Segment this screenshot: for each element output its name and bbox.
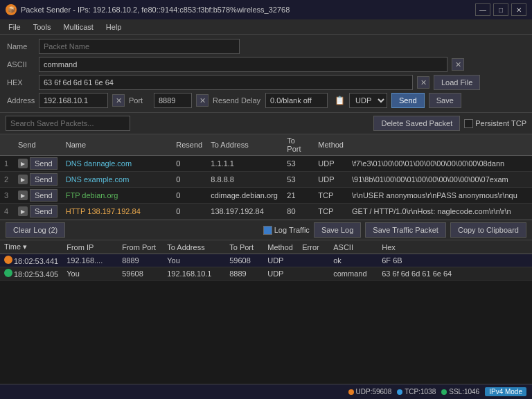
col-send: Send <box>14 134 62 156</box>
col-num <box>0 134 14 156</box>
table-row: 1 ▶ Send DNS dannagle.com 0 1.1.1.1 53 U… <box>0 156 532 172</box>
col-to-port: To Port <box>283 134 314 156</box>
top-panel: Name ASCII ✕ HEX ✕ Load File Address ✕ P… <box>0 35 532 113</box>
protocol-select[interactable]: UDP TCP SSL <box>349 93 387 108</box>
log-col-time: Time ▾ <box>0 240 62 254</box>
send-row-button[interactable]: Send <box>30 173 57 186</box>
ascii-input[interactable] <box>39 57 447 72</box>
log-hex-cell: 6F 6B <box>378 254 532 267</box>
menu-multicast[interactable]: Multicast <box>57 21 98 33</box>
send-button[interactable]: Send <box>391 93 425 108</box>
log-error-cell <box>298 267 329 281</box>
col-method: Method <box>314 134 348 156</box>
maximize-button[interactable]: □ <box>493 3 508 16</box>
save-button[interactable]: Save <box>429 93 461 108</box>
log-ascii-cell: command <box>329 267 378 281</box>
copy-clipboard-button[interactable]: Copy to Clipboard <box>450 222 526 238</box>
close-button[interactable]: ✕ <box>511 3 526 16</box>
log-col-to-address: To Address <box>163 240 225 254</box>
persistent-tcp-label: Persistent TCP <box>464 119 526 128</box>
save-traffic-packet-button[interactable]: Save Traffic Packet <box>365 222 446 238</box>
log-from-port-cell: 8889 <box>118 254 163 267</box>
minimize-button[interactable]: — <box>475 3 490 16</box>
port-label: Port <box>129 96 150 105</box>
log-table: Time ▾ From IP From Port To Address To P… <box>0 240 532 281</box>
method-cell: UDP <box>314 172 348 188</box>
hex-clear-button[interactable]: ✕ <box>417 76 429 89</box>
method-cell: UDP <box>314 156 348 172</box>
load-file-button[interactable]: Load File <box>434 75 480 90</box>
log-error-cell <box>298 254 329 267</box>
hex-row: HEX ✕ Load File <box>7 75 525 90</box>
port-input[interactable] <box>154 93 192 108</box>
hex-input[interactable] <box>39 75 413 90</box>
send-row-button[interactable]: Send <box>30 157 57 170</box>
send-row-button[interactable]: Send <box>30 189 57 202</box>
resend-cell: 0 <box>172 156 206 172</box>
col-resend: Resend <box>172 134 206 156</box>
packet-icon: 📋 <box>335 96 345 105</box>
to-address-cell: 8.8.8.8 <box>206 172 283 188</box>
log-to-port-cell: 59608 <box>225 254 263 267</box>
log-traffic-checkbox[interactable] <box>263 226 272 235</box>
persistent-tcp-checkbox[interactable] <box>464 119 473 128</box>
delete-saved-packet-button[interactable]: Delete Saved Packet <box>373 116 460 131</box>
table-row: 4 ▶ Send HTTP 138.197.192.84 0 138.197.1… <box>0 204 532 220</box>
resend-label: Resend Delay <box>213 96 261 105</box>
col-name: Name <box>62 134 172 156</box>
log-from-ip-cell: You <box>62 267 118 281</box>
udp-status: UDP:59608 <box>348 388 392 396</box>
log-time-cell: 18:02:53.405 <box>0 267 62 281</box>
resend-input[interactable] <box>265 93 328 108</box>
col-to-address: To Address <box>206 134 283 156</box>
log-table-wrapper: Time ▾ From IP From Port To Address To P… <box>0 240 532 384</box>
window-controls: — □ ✕ <box>475 3 526 16</box>
menu-help[interactable]: Help <box>100 21 127 33</box>
resend-cell: 0 <box>172 172 206 188</box>
log-method-cell: UDP <box>263 254 298 267</box>
save-log-button[interactable]: Save Log <box>314 222 361 238</box>
clear-log-button[interactable]: Clear Log (2) <box>6 222 65 238</box>
log-col-ascii: ASCII <box>329 240 378 254</box>
to-port-cell: 53 <box>283 172 314 188</box>
send-cell: ▶ Send <box>14 204 62 220</box>
log-hex-cell: 63 6f 6d 6d 61 6e 64 <box>378 267 532 281</box>
row-number: 4 <box>0 204 14 220</box>
name-cell: FTP debian.org <box>62 188 172 204</box>
name-cell: HTTP 138.197.192.84 <box>62 204 172 220</box>
log-method-cell: UDP <box>263 267 298 281</box>
resend-cell: 0 <box>172 204 206 220</box>
send-icon: ▶ <box>18 190 28 200</box>
status-bar: UDP:59608 TCP:1038 SSL:1046 IPv4 Mode <box>0 384 532 399</box>
packets-table-wrapper: Send Name Resend To Address To Port Meth… <box>0 134 532 220</box>
name-cell: DNS example.com <box>62 172 172 188</box>
ssl-label: SSL:1046 <box>449 388 479 396</box>
packets-table: Send Name Resend To Address To Port Meth… <box>0 134 532 220</box>
main-content: Name ASCII ✕ HEX ✕ Load File Address ✕ P… <box>0 35 532 399</box>
to-port-cell: 80 <box>283 204 314 220</box>
menu-tools[interactable]: Tools <box>28 21 57 33</box>
log-to-port-cell: 8889 <box>225 267 263 281</box>
hex-label: HEX <box>7 78 35 87</box>
ssl-dot <box>441 389 447 395</box>
address-clear-button[interactable]: ✕ <box>112 94 125 107</box>
direction-icon <box>4 256 12 264</box>
resend-cell: 0 <box>172 188 206 204</box>
to-port-cell: 21 <box>283 188 314 204</box>
row-number: 1 <box>0 156 14 172</box>
log-to-address-cell: 192.168.10.1 <box>163 267 225 281</box>
ascii-label: ASCII <box>7 60 35 69</box>
ascii-clear-button[interactable]: ✕ <box>452 58 464 71</box>
port-clear-button[interactable]: ✕ <box>196 94 209 107</box>
to-port-cell: 53 <box>283 156 314 172</box>
address-input[interactable] <box>39 93 108 108</box>
saved-packets-area: Delete Saved Packet Persistent TCP Send … <box>0 113 532 220</box>
name-input[interactable] <box>39 39 240 54</box>
name-row: Name <box>7 39 525 54</box>
search-input[interactable] <box>6 116 130 131</box>
log-time-cell: 18:02:53.441 <box>0 254 62 267</box>
list-item: 18:02:53.405 You 59608 192.168.10.1 8889… <box>0 267 532 281</box>
menu-file[interactable]: File <box>3 21 26 33</box>
send-row-button[interactable]: Send <box>30 205 57 218</box>
col-ascii <box>348 134 532 156</box>
